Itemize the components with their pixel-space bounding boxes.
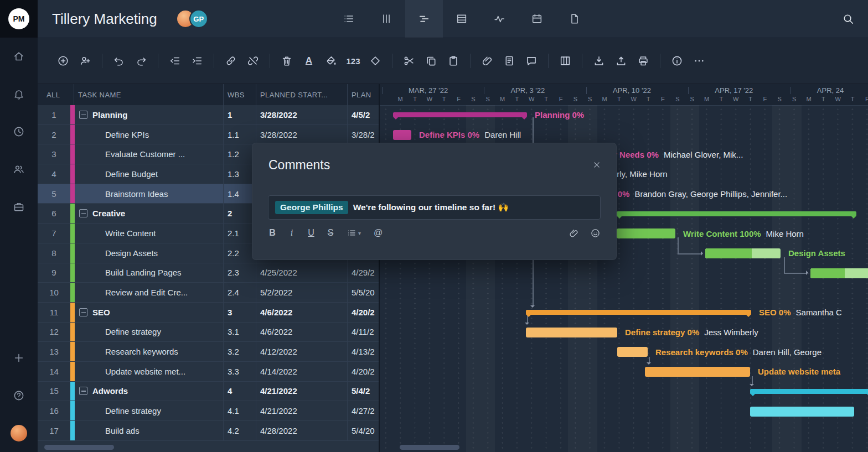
task-name-cell[interactable]: Build Landing Pages — [105, 263, 223, 283]
attach-icon[interactable] — [569, 228, 579, 238]
emoji-icon[interactable] — [590, 228, 601, 238]
task-name-cell[interactable]: Brainstorm Ideas — [105, 184, 223, 204]
collapse-icon[interactable] — [79, 387, 87, 395]
task-name-cell[interactable]: SEO — [79, 303, 223, 322]
task-bar[interactable] — [617, 228, 675, 238]
sidebar-plus-button[interactable] — [0, 339, 38, 377]
task-bar[interactable] — [645, 367, 750, 377]
task-row[interactable]: 15Adwords44/21/20225/4/2 — [38, 382, 379, 402]
task-bar[interactable] — [705, 248, 781, 258]
toolbar-copy-button[interactable] — [420, 50, 442, 72]
task-row[interactable]: 2Define KPIs1.13/28/20223/28/2 — [38, 125, 379, 145]
toolbar-milestone-button[interactable] — [364, 50, 386, 72]
column-header-all[interactable]: ALL — [46, 84, 60, 105]
sidebar-briefcase-button[interactable] — [0, 188, 38, 226]
task-name-cell[interactable]: Define Budget — [105, 164, 223, 184]
summary-bar[interactable] — [393, 112, 527, 117]
horizontal-scrollbar-thumb[interactable] — [400, 445, 459, 450]
italic-button[interactable]: i — [288, 228, 295, 238]
task-bar[interactable] — [393, 130, 411, 140]
task-row[interactable]: 16Define strategy4.14/21/20224/27/2 — [38, 401, 379, 421]
search-button[interactable] — [837, 8, 859, 30]
sidebar-help-button[interactable] — [0, 377, 38, 414]
task-bar[interactable] — [750, 407, 854, 417]
strikethrough-button[interactable]: S — [327, 228, 334, 238]
task-name-cell[interactable]: Define strategy — [105, 401, 223, 420]
task-name-cell[interactable]: Adwords — [79, 382, 223, 401]
project-members[interactable]: GP — [176, 9, 208, 28]
close-button[interactable] — [590, 158, 604, 172]
sidebar-clock-button[interactable] — [0, 113, 38, 150]
task-name-cell[interactable]: Define KPIs — [105, 125, 223, 144]
underline-button[interactable]: U — [308, 228, 314, 238]
task-row[interactable]: 11SEO34/6/20224/20/2 — [38, 303, 379, 323]
view-tab-doc[interactable] — [556, 0, 593, 38]
toolbar-add-user-button[interactable] — [74, 50, 96, 72]
task-row[interactable]: 1Planning13/28/20224/5/2 — [38, 105, 379, 125]
task-name-cell[interactable]: Write Content — [105, 224, 223, 243]
view-tab-board[interactable] — [368, 0, 405, 38]
toolbar-add-task-button[interactable] — [52, 50, 74, 72]
task-name-cell[interactable]: Creative — [79, 204, 223, 223]
toolbar-redo-button[interactable] — [130, 50, 152, 72]
view-tab-list[interactable] — [330, 0, 368, 38]
list-format-button[interactable]: ▾ — [347, 228, 361, 238]
task-bar[interactable] — [617, 347, 648, 357]
task-bar[interactable] — [526, 328, 617, 337]
toolbar-numbers-button[interactable]: 123 — [342, 50, 364, 72]
summary-bar[interactable] — [526, 310, 751, 315]
task-row[interactable]: 9Build Landing Pages2.34/25/20224/29/2 — [38, 263, 379, 283]
task-name-cell[interactable]: Update website met... — [105, 362, 223, 381]
collapse-icon[interactable] — [79, 111, 87, 119]
toolbar-font-color-button[interactable]: A — [298, 50, 320, 72]
task-name-cell[interactable]: Evaluate Customer ... — [105, 144, 223, 164]
summary-bar[interactable] — [750, 389, 868, 394]
member-avatar-badge[interactable]: GP — [189, 9, 208, 28]
task-name-cell[interactable]: Define strategy — [105, 323, 223, 342]
task-row[interactable]: 17Build ads4.24/28/20225/4/20 — [38, 421, 379, 441]
mention-button[interactable]: @ — [374, 228, 383, 238]
view-tab-gantt[interactable] — [405, 0, 443, 38]
toolbar-export-button[interactable] — [610, 50, 632, 72]
bold-button[interactable]: B — [269, 228, 276, 238]
toolbar-paste-button[interactable] — [442, 50, 464, 72]
horizontal-scrollbar-thumb[interactable] — [44, 445, 114, 450]
toolbar-comment-button[interactable] — [520, 50, 542, 72]
sidebar-users-button[interactable] — [0, 150, 38, 188]
task-name-cell[interactable]: Design Assets — [105, 243, 223, 263]
task-bar[interactable] — [810, 268, 868, 278]
summary-bar[interactable] — [617, 211, 856, 216]
sidebar-bell-button[interactable] — [0, 75, 38, 113]
task-row[interactable]: 10Review and Edit Cre...2.45/2/20225/5/2… — [38, 283, 379, 303]
toolbar-attach-button[interactable] — [476, 50, 498, 72]
task-name-cell[interactable]: Research keywords — [105, 342, 223, 361]
task-name-cell[interactable]: Review and Edit Cre... — [105, 283, 223, 302]
toolbar-outdent-button[interactable] — [164, 50, 186, 72]
toolbar-print-button[interactable] — [632, 50, 654, 72]
toolbar-import-button[interactable] — [588, 50, 610, 72]
view-tab-activity[interactable] — [480, 0, 518, 38]
user-avatar[interactable] — [11, 425, 27, 441]
comment-input[interactable]: George Phillips We're following our time… — [268, 195, 601, 220]
toolbar-columns-button[interactable] — [554, 50, 576, 72]
toolbar-fill-button[interactable] — [320, 50, 342, 72]
toolbar-more-button[interactable] — [688, 50, 710, 72]
toolbar-link-button[interactable] — [220, 50, 242, 72]
view-tab-sheet[interactable] — [443, 0, 480, 38]
toolbar-info-button[interactable] — [666, 50, 688, 72]
task-row[interactable]: 13Research keywords3.24/12/20224/13/2 — [38, 342, 379, 362]
toolbar-notes-button[interactable] — [498, 50, 520, 72]
toolbar-unlink-button[interactable] — [242, 50, 264, 72]
task-row[interactable]: 14Update website met...3.34/14/20224/20/… — [38, 362, 379, 382]
task-name-cell[interactable]: Planning — [79, 105, 223, 124]
toolbar-trash-button[interactable] — [276, 50, 298, 72]
task-row[interactable]: 12Define strategy3.14/6/20224/11/2 — [38, 323, 379, 342]
app-logo[interactable]: PM — [0, 0, 38, 38]
sidebar-home-button[interactable] — [0, 38, 38, 75]
toolbar-cut-button[interactable] — [398, 50, 420, 72]
mention-chip[interactable]: George Phillips — [275, 201, 348, 214]
toolbar-undo-button[interactable] — [108, 50, 130, 72]
collapse-icon[interactable] — [79, 308, 87, 316]
task-name-cell[interactable]: Build ads — [105, 421, 223, 440]
collapse-icon[interactable] — [79, 209, 87, 217]
